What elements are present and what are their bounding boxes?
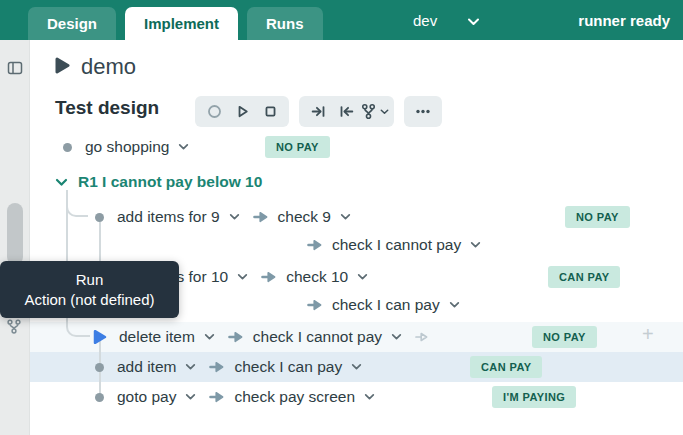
step-label[interactable]: goto pay bbox=[117, 388, 176, 406]
environment-label: dev bbox=[413, 12, 437, 29]
step-bullet bbox=[95, 363, 104, 372]
fork-dropdown-icon[interactable] bbox=[360, 96, 389, 127]
chevron-down-icon[interactable] bbox=[351, 363, 362, 371]
step-label[interactable]: add items for 9 bbox=[117, 208, 220, 226]
chevron-down-icon[interactable] bbox=[340, 213, 351, 221]
step-label[interactable]: delete item bbox=[119, 328, 195, 346]
add-check-arrow-icon[interactable] bbox=[414, 331, 429, 343]
add-step-button[interactable]: + bbox=[642, 323, 654, 346]
model-title-row: demo bbox=[54, 54, 136, 80]
page-title: demo bbox=[81, 54, 136, 80]
run-tooltip: Run Action (not defined) bbox=[0, 261, 179, 318]
stop-icon[interactable] bbox=[256, 96, 284, 127]
chevron-down-icon bbox=[467, 12, 480, 29]
chevron-down-icon[interactable] bbox=[364, 393, 375, 401]
section-title: Test design bbox=[55, 97, 159, 119]
chevron-down-icon[interactable] bbox=[357, 273, 368, 281]
step-label[interactable]: go shopping bbox=[85, 138, 169, 156]
chevron-down-icon[interactable] bbox=[178, 143, 189, 151]
skip-to-end-icon[interactable] bbox=[304, 96, 332, 127]
state-badge[interactable]: CAN PAY bbox=[470, 356, 542, 378]
play-icon bbox=[54, 56, 70, 79]
state-badge[interactable]: NO PAY bbox=[532, 326, 597, 348]
run-step-button[interactable] bbox=[92, 329, 107, 345]
tree-row-hovered[interactable]: delete item check I cannot pay NO PAY + bbox=[30, 322, 683, 352]
collapse-panel-icon[interactable] bbox=[7, 60, 23, 76]
play-icon[interactable] bbox=[228, 96, 256, 127]
check-label[interactable]: check I can pay bbox=[234, 358, 342, 376]
tab-bar: Design Implement Runs bbox=[28, 7, 323, 40]
environment-selector[interactable]: dev bbox=[413, 0, 480, 40]
state-badge[interactable]: CAN PAY bbox=[548, 266, 620, 288]
state-badge[interactable]: I'M PAYING bbox=[492, 386, 576, 408]
group-label[interactable]: R1 I cannot pay below 10 bbox=[78, 173, 262, 191]
chevron-down-icon[interactable] bbox=[237, 273, 248, 281]
chevron-down-icon[interactable] bbox=[470, 241, 481, 249]
then-arrow-icon bbox=[209, 361, 224, 373]
then-arrow-icon bbox=[228, 331, 243, 343]
tree-group-row[interactable]: R1 I cannot pay below 10 bbox=[30, 167, 683, 197]
check-label[interactable]: check I can pay bbox=[332, 296, 440, 314]
tab-design[interactable]: Design bbox=[28, 7, 116, 40]
check-label[interactable]: check I cannot pay bbox=[332, 236, 461, 254]
collapse-chevron-icon[interactable] bbox=[55, 178, 68, 187]
step-bullet bbox=[63, 143, 72, 152]
chevron-down-icon[interactable] bbox=[391, 333, 402, 341]
then-arrow-icon bbox=[253, 211, 268, 223]
chevron-down-icon[interactable] bbox=[229, 213, 240, 221]
then-arrow-icon bbox=[307, 299, 322, 311]
skip-to-start-icon[interactable] bbox=[332, 96, 360, 127]
tooltip-subtitle: Action (not defined) bbox=[24, 291, 154, 308]
top-bar: Design Implement Runs dev runner ready bbox=[0, 0, 683, 40]
tooltip-title: Run bbox=[76, 271, 104, 288]
step-controls-group bbox=[299, 96, 394, 127]
run-controls-group bbox=[195, 96, 289, 127]
tab-implement[interactable]: Implement bbox=[125, 7, 238, 40]
fork-icon[interactable] bbox=[6, 319, 22, 338]
tree-row[interactable]: add items for 9 check 9 NO PAY bbox=[30, 202, 683, 232]
step-bullet bbox=[95, 393, 104, 402]
tree-row[interactable]: go shopping NO PAY bbox=[30, 132, 683, 162]
state-badge[interactable]: NO PAY bbox=[565, 206, 630, 228]
tree-row[interactable]: goto pay check pay screen I'M PAYING bbox=[30, 382, 683, 412]
tree-row-selected[interactable]: add item check I can pay CAN PAY bbox=[30, 352, 683, 382]
chevron-down-icon[interactable] bbox=[449, 301, 460, 309]
check-label[interactable]: check 9 bbox=[278, 208, 331, 226]
check-label[interactable]: check pay screen bbox=[234, 388, 355, 406]
check-label[interactable]: check 10 bbox=[286, 268, 348, 286]
chevron-down-icon[interactable] bbox=[185, 393, 196, 401]
main-panel: demo Test design bbox=[30, 40, 683, 435]
runner-status: runner ready bbox=[578, 0, 670, 40]
then-arrow-icon bbox=[307, 239, 322, 251]
tree-row[interactable]: check I cannot pay bbox=[30, 230, 683, 260]
then-arrow-icon bbox=[261, 271, 276, 283]
step-label[interactable]: add item bbox=[117, 358, 176, 376]
then-arrow-icon bbox=[209, 391, 224, 403]
step-bullet bbox=[95, 213, 104, 222]
more-group bbox=[404, 96, 442, 127]
scrollbar-thumb[interactable] bbox=[7, 203, 23, 265]
chevron-down-icon[interactable] bbox=[204, 333, 215, 341]
tab-runs[interactable]: Runs bbox=[247, 7, 323, 40]
left-sidebar bbox=[0, 40, 30, 435]
record-icon[interactable] bbox=[200, 96, 228, 127]
more-icon[interactable] bbox=[409, 96, 437, 127]
chevron-down-icon[interactable] bbox=[185, 363, 196, 371]
state-badge[interactable]: NO PAY bbox=[265, 136, 330, 158]
check-label[interactable]: check I cannot pay bbox=[253, 328, 382, 346]
